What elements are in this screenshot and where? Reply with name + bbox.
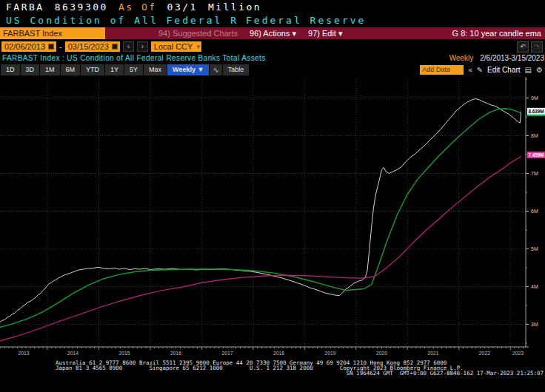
security-description: US Condition of All Federal R Federal Re… [6,14,366,27]
footer-session-line: SN 1964624 GMT GMT+0:00 G627-8840-162 17… [0,370,544,376]
ticker-header: FARBA 8639300 As Of 03/1 Million [6,1,261,13]
command-bar: FARBAST Index 94) Suggested Charts 96) A… [0,27,545,39]
next-period-button[interactable]: › [137,41,148,52]
range-button-max[interactable]: Max [144,64,167,75]
toolbar-right: Add Data « ✎ Edit Chart ▤ ⚙ [420,65,543,75]
panel-title: Federal Reserve [246,15,366,26]
date-to-input[interactable]: 03/15/2023 [65,41,120,52]
range-button-ytd[interactable]: YTD [81,64,104,75]
svg-text:2018: 2018 [273,351,284,356]
undo-button[interactable]: ↶ [517,41,529,53]
svg-text:2022: 2022 [479,351,490,356]
date-to-value: 03/15/2023 [68,42,109,51]
range-button-1d[interactable]: 1D [1,64,20,75]
period-range-info: Weekly 2/6/2013-3/15/2023 [449,54,544,62]
chart-subtitle: FARBAST Index : US Condition of All Fede… [2,54,266,62]
svg-text:9M: 9M [531,95,538,101]
svg-text:8.639M: 8.639M [528,109,544,114]
svg-text:5M: 5M [531,246,538,251]
menu-edit[interactable]: 97) Edit ▾ [308,29,343,38]
undo-icon: ↶ [520,43,526,50]
svg-text:2021: 2021 [427,351,438,356]
menu-actions[interactable]: 96) Actions ▾ [250,29,296,38]
security-description-text: US Condition of All Federal R [6,15,238,26]
prev-period-button[interactable]: ‹ [123,41,134,52]
range-button-3d[interactable]: 3D [21,64,40,75]
calendar-icon[interactable] [48,44,54,50]
currency-value: Local CCY [154,42,193,51]
add-data-input[interactable]: Add Data [420,65,464,75]
svg-text:2023: 2023 [512,351,524,356]
date-from-value: 02/06/2013 [4,42,45,51]
ticker-symbol: FARBA [6,1,44,13]
chart-area[interactable]: 3M4M5M6M7M8M9M20132014201520162017201820… [0,75,545,356]
redo-icon: ↷ [534,43,540,50]
svg-text:8M: 8M [531,133,538,138]
calendar-icon[interactable] [112,44,118,50]
svg-text:6M: 6M [531,209,538,214]
unit-label: Million [208,1,261,13]
svg-text:2015: 2015 [119,351,130,356]
range-label: 2/6/2013-3/15/2023 [480,54,544,62]
chevron-down-icon: ▾ [196,43,200,50]
chevron-left-icon: ‹ [127,42,130,50]
security-input[interactable]: FARBAST Index [0,27,105,39]
date-range-separator: - [59,42,62,51]
range-button-5y[interactable]: 5Y [124,64,143,75]
as-of-label: As Of [118,1,157,13]
svg-text:2013: 2013 [18,351,29,356]
date-range-controls: 02/06/2013 - 03/15/2023 ‹ › Local CCY ▾ [1,41,201,53]
range-button-6m[interactable]: 6M [61,64,81,75]
form-icon[interactable]: ▤ [525,66,532,74]
svg-text:2017: 2017 [222,351,233,356]
svg-text:7.459M: 7.459M [528,152,544,158]
redo-button[interactable]: ↷ [531,41,543,53]
table-button[interactable]: Table [223,64,250,75]
gear-icon[interactable]: ⚙ [536,66,543,74]
collapse-icon[interactable]: « [468,66,472,74]
menu-bar: 94) Suggested Charts 96) Actions ▾ 97) E… [105,27,545,39]
date-from-input[interactable]: 02/06/2013 [1,41,56,52]
svg-text:2020: 2020 [376,351,387,356]
svg-text:2016: 2016 [170,351,181,356]
history-buttons: ↶ ↷ [517,41,543,53]
chart-toolbar: 1D 3D 1M 6M YTD 1Y 5Y Max Weekly ▼ ∿ Tab… [1,64,544,75]
bloomberg-terminal-window: FARBA 8639300 As Of 03/1 Million US Cond… [0,0,545,392]
svg-text:3M: 3M [531,322,538,327]
svg-text:7M: 7M [531,171,538,176]
menu-suggested-charts[interactable]: 94) Suggested Charts [158,29,238,38]
period-label: Weekly [449,54,474,62]
svg-text:2014: 2014 [67,351,78,356]
chart-style-icon[interactable]: ∿ [210,64,221,75]
svg-text:4M: 4M [531,284,538,289]
chart-function-title: G 8: 10 year candle ema [452,29,541,38]
range-button-1y[interactable]: 1Y [105,64,124,75]
frequency-dropdown[interactable]: Weekly ▼ [167,64,209,75]
edit-chart-button[interactable]: Edit Chart [487,66,520,74]
svg-text:2019: 2019 [324,351,335,356]
currency-select[interactable]: Local CCY ▾ [151,41,201,52]
chart-subtitle-row: FARBAST Index : US Condition of All Fede… [0,54,545,64]
pencil-icon[interactable]: ✎ [477,66,483,74]
as-of-date: 03/1 [167,1,198,13]
ticker-last-value: 8639300 [55,1,108,13]
price-chart[interactable]: 3M4M5M6M7M8M9M20132014201520162017201820… [0,75,545,356]
range-button-1m[interactable]: 1M [40,64,60,75]
chevron-right-icon: › [141,42,144,50]
